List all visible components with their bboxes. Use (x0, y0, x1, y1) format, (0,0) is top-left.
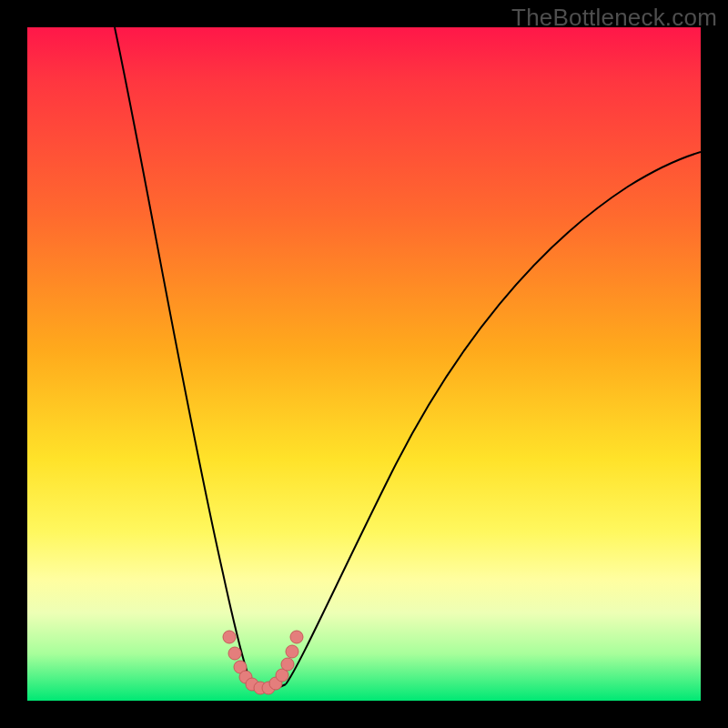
marker-dot (281, 658, 294, 671)
curve-layer (27, 27, 701, 701)
marker-dot (290, 631, 303, 643)
chart-frame: TheBottleneck.com (0, 0, 728, 728)
curve-left-branch (115, 27, 251, 684)
marker-dot (223, 631, 236, 643)
marker-dot (228, 647, 241, 660)
ideal-zone-markers (223, 631, 303, 694)
plot-area (27, 27, 701, 701)
marker-dot (286, 645, 298, 658)
curve-right-branch (286, 152, 701, 684)
watermark-text: TheBottleneck.com (511, 4, 717, 32)
